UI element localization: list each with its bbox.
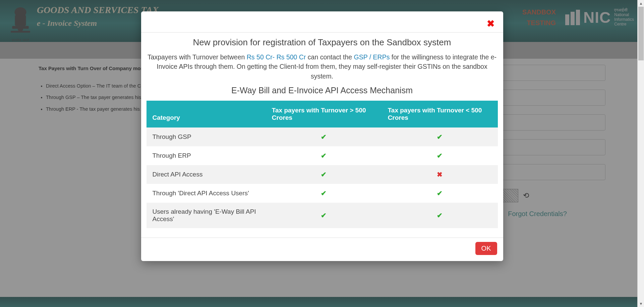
cell-gt500: ✔ [266,184,382,203]
access-table: Category Tax payers with Turnover > 500 … [147,101,498,228]
check-icon: ✔ [272,152,376,160]
modal-description: Taxpayers with Turnover between Rs 50 Cr… [147,52,498,81]
cell-lt500: ✔ [382,203,498,228]
modal-text: can contact the [306,53,354,61]
table-row: Direct API Access✔✖ [147,165,498,184]
close-icon[interactable]: ✖ [487,18,494,29]
cell-category: Direct API Access [147,165,266,184]
modal-subtitle: E-Way Bill and E-Invoice API Access Mech… [141,86,503,95]
check-icon: ✔ [272,211,376,219]
cell-gt500: ✔ [266,127,382,146]
scroll-thumb[interactable] [638,7,644,60]
cell-gt500: ✔ [266,203,382,228]
cell-lt500: ✔ [382,184,498,203]
scroll-up-icon[interactable]: ▲ [638,0,644,7]
check-icon: ✔ [388,133,492,141]
table-row: Through GSP✔✔ [147,127,498,146]
cell-category: Through 'Direct API Access Users' [147,184,266,203]
cell-gt500: ✔ [266,146,382,165]
cell-category: Users already having 'E-Way Bill API Acc… [147,203,266,228]
modal-title: New provision for registration of Taxpay… [141,37,503,48]
modal-link-gsp: GSP / ERPs [354,53,390,61]
check-icon: ✔ [388,189,492,197]
table-row: Through ERP✔✔ [147,146,498,165]
table-row: Users already having 'E-Way Bill API Acc… [147,203,498,228]
scroll-down-icon[interactable]: ▼ [638,300,644,307]
check-icon: ✔ [388,152,492,160]
ok-button[interactable]: OK [475,242,497,255]
th-lt500: Tax payers with Turnover < 500 Crores [382,101,498,127]
th-category: Category [147,101,266,127]
cell-lt500: ✔ [382,146,498,165]
check-icon: ✔ [272,189,376,197]
info-modal: ✖ New provision for registration of Taxp… [141,11,503,261]
check-icon: ✔ [388,211,492,219]
cell-gt500: ✔ [266,165,382,184]
modal-link-turnover: Rs 50 Cr- Rs 500 Cr [247,53,306,61]
check-icon: ✔ [272,170,376,178]
cell-category: Through ERP [147,146,266,165]
modal-text: Taxpayers with Turnover between [148,53,247,61]
cross-icon: ✖ [388,170,492,178]
cell-lt500: ✖ [382,165,498,184]
th-gt500: Tax payers with Turnover > 500 Crores [266,101,382,127]
table-row: Through 'Direct API Access Users'✔✔ [147,184,498,203]
cell-category: Through GSP [147,127,266,146]
vertical-scrollbar[interactable]: ▲ ▼ [637,0,644,307]
check-icon: ✔ [272,133,376,141]
cell-lt500: ✔ [382,127,498,146]
